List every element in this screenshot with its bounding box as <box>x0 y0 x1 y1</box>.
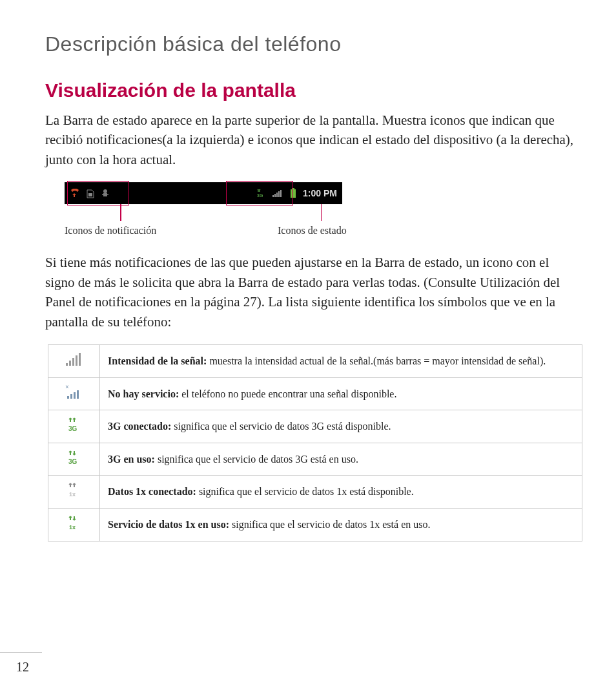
3g-connected-icon: 3G <box>67 417 81 432</box>
svg-rect-16 <box>76 355 77 366</box>
signal-strength-icon <box>65 352 83 366</box>
term: Servicio de datos 1x en uso: <box>108 519 229 530</box>
intro-paragraph: La Barra de estado aparece en la parte s… <box>45 110 580 169</box>
3g-in-use-icon: 3G <box>67 450 81 465</box>
page-number: 12 <box>16 660 29 675</box>
svg-rect-20 <box>70 394 72 399</box>
table-row: 3G 3G en uso: significa que el servicio … <box>48 443 582 476</box>
svg-rect-13 <box>66 363 68 366</box>
svg-rect-17 <box>79 353 81 366</box>
svg-text:1x: 1x <box>69 491 76 498</box>
svg-text:3G: 3G <box>68 458 77 465</box>
svg-rect-22 <box>77 390 79 399</box>
table-row: 3G 3G conectado: significa que el servic… <box>48 410 582 443</box>
second-paragraph: Si tiene más notificaciones de las que p… <box>45 253 580 331</box>
status-box-highlight <box>226 181 293 205</box>
table-row: 1x Servicio de datos 1x en uso: signific… <box>48 509 582 542</box>
1x-in-use-icon: 1x <box>67 515 81 531</box>
svg-rect-21 <box>74 392 76 399</box>
term: Intensidad de la señal: <box>108 355 207 366</box>
notification-box-highlight <box>67 181 129 205</box>
clock-text: 1:00 PM <box>303 188 337 198</box>
term: No hay servicio: <box>108 388 179 399</box>
subsection-title: Visualización de la pantalla <box>45 79 580 101</box>
footer-rule <box>0 652 42 653</box>
table-row: × No hay servicio: el teléfono no puede … <box>48 377 582 410</box>
status-bar: 3G 1:00 PM <box>65 182 342 204</box>
desc: significa que el servicio de datos 3G es… <box>171 421 391 432</box>
svg-rect-15 <box>72 358 74 366</box>
term: Datos 1x conectado: <box>108 486 196 497</box>
svg-rect-14 <box>69 361 71 366</box>
desc: el teléfono no puede encontrar una señal… <box>179 388 396 399</box>
term: 3G en uso: <box>108 454 155 465</box>
icon-legend-table: Intensidad de la señal: muestra la inten… <box>48 344 582 542</box>
svg-text:3G: 3G <box>68 425 77 432</box>
section-title: Descripción básica del teléfono <box>45 32 580 56</box>
desc: significa que el servicio de datos 1x es… <box>229 519 430 530</box>
table-row: 1x Datos 1x conectado: significa que el … <box>48 476 582 509</box>
table-row: Intensidad de la señal: muestra la inten… <box>48 345 582 378</box>
desc: significa que el servicio de datos 3G es… <box>155 454 358 465</box>
svg-text:1x: 1x <box>69 524 76 531</box>
callout-line-right <box>321 204 322 221</box>
term: 3G conectado: <box>108 421 171 432</box>
status-bar-illustration: 3G 1:00 PM Iconos de notificación Iconos… <box>65 182 400 237</box>
no-service-icon: × <box>65 384 83 400</box>
svg-rect-19 <box>67 396 69 399</box>
desc: muestra la intensidad actual de la señal… <box>207 355 546 366</box>
caption-status-icons: Iconos de estado <box>278 225 381 237</box>
1x-connected-icon: 1x <box>67 482 81 498</box>
callout-line-left <box>120 204 121 221</box>
desc: significa que el servicio de datos 1x es… <box>196 486 414 497</box>
svg-text:×: × <box>65 384 69 390</box>
caption-notification-icons: Iconos de notificación <box>65 225 174 237</box>
